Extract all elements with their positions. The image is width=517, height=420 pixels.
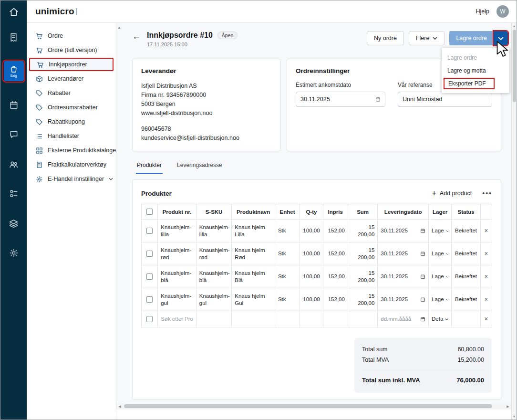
row-checkbox[interactable] <box>146 228 153 234</box>
tab-produkter[interactable]: Produkter <box>136 162 163 174</box>
reference-input[interactable] <box>403 96 487 103</box>
checklist-icon[interactable] <box>8 188 20 200</box>
settings-icon[interactable] <box>8 247 20 259</box>
cell-enhet[interactable]: Stk <box>278 251 286 256</box>
menu-item-lagre-ordre[interactable]: Lagre ordre <box>442 51 509 64</box>
invoice-icon[interactable] <box>8 32 20 43</box>
sidebar-item-handlelister[interactable]: Handlelister <box>27 129 116 143</box>
vertical-scrollbar[interactable]: ▲ ▼ <box>511 23 517 420</box>
delivery-date-input[interactable]: dd.mm.åååå <box>381 315 425 323</box>
menu-item-lagre-og-motta[interactable]: Lagre og motta <box>442 64 509 77</box>
cell-inpris[interactable]: 152,00 <box>328 273 345 279</box>
col-actions <box>480 204 492 220</box>
tab-leveringsadresse[interactable]: Leveringsadresse <box>176 162 223 174</box>
cell-produkt-nr[interactable]: Knaushjelm-gul <box>161 293 191 306</box>
new-order-button[interactable]: Ny ordre <box>367 31 404 45</box>
help-link[interactable]: Hjelp <box>476 8 490 15</box>
cell-produktnavn[interactable]: Knaus hjelm Gul <box>235 293 265 306</box>
cell-inpris[interactable]: 152,00 <box>328 251 345 256</box>
cell-sum[interactable]: 15 200,00 <box>358 247 374 260</box>
scroll-up-icon[interactable]: ▲ <box>512 24 517 28</box>
sidebar-item-eksterne-produktkataloger[interactable]: Eksterne Produktkataloger <box>27 143 116 158</box>
cell-produkt-nr[interactable]: Knaushjelm-lilla <box>161 224 191 237</box>
sidebar-item-rabattkupong[interactable]: Rabattkupong <box>27 115 116 129</box>
supplier-box-icon <box>35 75 43 83</box>
remove-row-icon[interactable]: × <box>484 273 488 280</box>
cell-produkt-nr[interactable]: Knaushjelm-blå <box>161 270 191 283</box>
sidebar-item-leverandorer[interactable]: Leverandører <box>27 72 116 86</box>
sidebar-item-ehandel-innstillinger[interactable]: E-Handel innstillinger <box>27 172 116 186</box>
remove-row-icon[interactable]: × <box>484 315 488 323</box>
add-product-button[interactable]: + Add product <box>432 189 472 197</box>
cell-qty[interactable]: 100,00 <box>303 228 320 233</box>
arrival-date-input[interactable] <box>300 96 372 103</box>
home-icon[interactable] <box>0 0 27 23</box>
select-all-checkbox[interactable] <box>146 209 153 215</box>
cell-s-sku[interactable]: Knaushjelm-blå <box>199 270 230 283</box>
remove-row-icon[interactable]: × <box>484 227 488 234</box>
cell-qty[interactable]: 100,00 <box>303 251 320 256</box>
table-menu-icon[interactable]: ••• <box>482 190 492 197</box>
sidebar-item-innkjopsordrer[interactable]: Innkjøpsordrer <box>29 58 114 71</box>
sidebar-scroll-up-icon[interactable]: ▲ <box>117 25 121 30</box>
sidebar-item-rabatter[interactable]: Rabatter <box>27 86 116 100</box>
more-button[interactable]: Flere <box>409 31 445 45</box>
cell-produkt-nr[interactable]: Knaushjelm-rød <box>161 247 191 260</box>
calendar-icon[interactable] <box>375 96 381 102</box>
sales-module-tile[interactable]: Salg <box>4 61 24 81</box>
delivery-date-input[interactable]: 30.11.2025 <box>381 227 425 234</box>
product-search-input[interactable] <box>161 316 193 322</box>
delivery-date-input[interactable]: 30.11.2025 <box>381 296 425 303</box>
cell-s-sku[interactable]: Knaushjelm-lilla <box>199 224 230 237</box>
horizontal-scrollbar[interactable]: ◀ ▶ <box>116 403 511 410</box>
sidebar-item-ordre[interactable]: Ordre <box>27 29 116 43</box>
cell-qty[interactable]: 100,00 <box>303 273 320 279</box>
scroll-right-icon[interactable]: ▶ <box>505 403 511 410</box>
layers-icon[interactable] <box>8 218 20 229</box>
delivery-date-input[interactable]: 30.11.2025 <box>381 273 425 280</box>
lager-select[interactable]: Defa <box>432 315 448 323</box>
lager-select[interactable]: Lage <box>432 250 448 257</box>
cell-enhet[interactable]: Stk <box>278 273 286 279</box>
remove-row-icon[interactable]: × <box>484 295 488 303</box>
lager-select[interactable]: Lage <box>432 227 448 234</box>
scroll-left-icon[interactable]: ◀ <box>116 403 123 410</box>
chat-icon[interactable] <box>8 129 20 140</box>
people-icon[interactable] <box>8 158 20 170</box>
row-checkbox[interactable] <box>146 251 153 257</box>
cell-sum[interactable]: 15 200,00 <box>358 293 374 306</box>
sidebar-item-ordresumsrabatter[interactable]: Ordresumsrabatter <box>27 100 116 115</box>
lager-select[interactable]: Lage <box>432 296 448 303</box>
cell-enhet[interactable]: Stk <box>278 228 286 233</box>
cell-inpris[interactable]: 152,00 <box>328 296 345 302</box>
save-order-button[interactable]: Lagre ordre <box>449 31 494 45</box>
avatar[interactable]: W <box>496 5 509 18</box>
back-arrow-icon[interactable]: ← <box>132 32 141 41</box>
cell-s-sku[interactable]: Knaushjelm-gul <box>199 293 230 306</box>
remove-row-icon[interactable]: × <box>484 250 488 257</box>
cell-inpris[interactable]: 152,00 <box>328 228 345 233</box>
cell-qty[interactable]: 100,00 <box>303 296 320 302</box>
chevron-down-icon[interactable] <box>109 178 113 180</box>
cell-produktnavn[interactable]: Knaus hjelm Blå <box>235 270 265 283</box>
row-checkbox[interactable] <box>146 273 153 280</box>
cell-s-sku[interactable]: Knaushjelm-rød <box>199 247 230 260</box>
lager-select[interactable]: Lage <box>432 273 448 280</box>
save-menu-toggle[interactable] <box>494 31 508 45</box>
horizontal-scroll-thumb[interactable] <box>124 404 492 408</box>
sidebar-item-ordre-tidl[interactable]: Ordre (tidl.versjon) <box>27 43 116 57</box>
cell-sum[interactable]: 15 200,00 <box>358 270 374 283</box>
cell-enhet[interactable]: Stk <box>278 296 286 302</box>
menu-item-eksporter-pdf[interactable]: Eksporter PDF <box>442 77 509 90</box>
supplier-website: www.isfjell-distribusjon.noo <box>141 109 272 118</box>
cell-produktnavn[interactable]: Knaus hjelm Lilla <box>235 224 265 237</box>
scroll-down-icon[interactable]: ▼ <box>512 415 517 418</box>
sidebar-item-fraktkalkulator[interactable]: Fraktkalkulatorverktøy <box>27 158 116 172</box>
row-checkbox[interactable] <box>146 316 153 322</box>
calendar-icon[interactable] <box>8 99 20 111</box>
vertical-scroll-thumb[interactable] <box>513 30 516 102</box>
cell-produktnavn[interactable]: Knaus hjelm Rød <box>235 247 265 260</box>
cell-sum[interactable]: 15 200,00 <box>358 224 374 237</box>
delivery-date-input[interactable]: 30.11.2025 <box>381 250 425 257</box>
row-checkbox[interactable] <box>146 296 153 303</box>
